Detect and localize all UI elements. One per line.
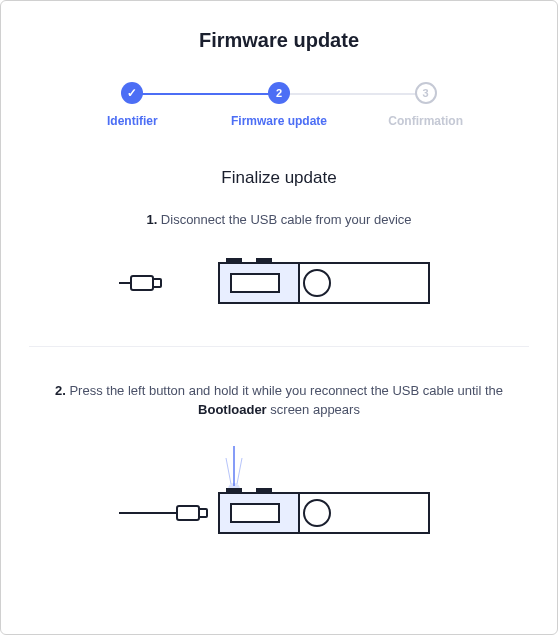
svg-line-10 — [226, 458, 231, 484]
step-circle-1: ✓ — [121, 82, 143, 104]
svg-rect-15 — [199, 509, 207, 517]
device-disconnected-icon — [119, 248, 439, 318]
step-firmware-update: 2 Firmware update — [206, 82, 353, 128]
svg-line-11 — [237, 458, 242, 484]
step-label-3: Confirmation — [388, 114, 463, 128]
device-connected-icon — [119, 438, 439, 548]
step-circle-3: 3 — [415, 82, 437, 104]
progress-stepper: ✓ Identifier 2 Firmware update 3 Confirm… — [59, 82, 499, 128]
svg-rect-7 — [231, 274, 279, 292]
step-label-2: Firmware update — [231, 114, 327, 128]
instruction-2-number: 2. — [55, 383, 66, 398]
svg-point-21 — [304, 500, 330, 526]
instruction-step-2: 2. Press the left button and hold it whi… — [29, 381, 529, 420]
step-confirmation: 3 Confirmation — [352, 82, 499, 128]
illustration-disconnected — [29, 248, 529, 318]
step-label-1: Identifier — [107, 114, 158, 128]
instruction-1-text: Disconnect the USB cable from your devic… — [157, 212, 411, 227]
finalize-subtitle: Finalize update — [29, 168, 529, 188]
svg-rect-20 — [231, 504, 279, 522]
svg-rect-5 — [227, 259, 241, 263]
illustration-connected — [29, 438, 529, 548]
svg-rect-19 — [257, 489, 271, 493]
firmware-update-modal: Firmware update ✓ Identifier 2 Firmware … — [0, 0, 558, 635]
svg-rect-6 — [257, 259, 271, 263]
svg-rect-18 — [227, 489, 241, 493]
instruction-2-bold: Bootloader — [198, 402, 267, 417]
step-circle-2: 2 — [268, 82, 290, 104]
svg-rect-1 — [131, 276, 153, 290]
modal-content: Finalize update 1. Disconnect the USB ca… — [29, 168, 529, 634]
step-identifier: ✓ Identifier — [59, 82, 206, 128]
modal-title: Firmware update — [29, 29, 529, 52]
check-icon: ✓ — [127, 86, 137, 100]
instruction-2-prefix: Press the left button and hold it while … — [66, 383, 503, 398]
svg-rect-2 — [153, 279, 161, 287]
instruction-1-number: 1. — [146, 212, 157, 227]
instruction-2-suffix: screen appears — [267, 402, 360, 417]
section-divider — [29, 346, 529, 347]
svg-rect-14 — [177, 506, 199, 520]
instruction-step-1: 1. Disconnect the USB cable from your de… — [29, 210, 529, 230]
svg-point-8 — [304, 270, 330, 296]
